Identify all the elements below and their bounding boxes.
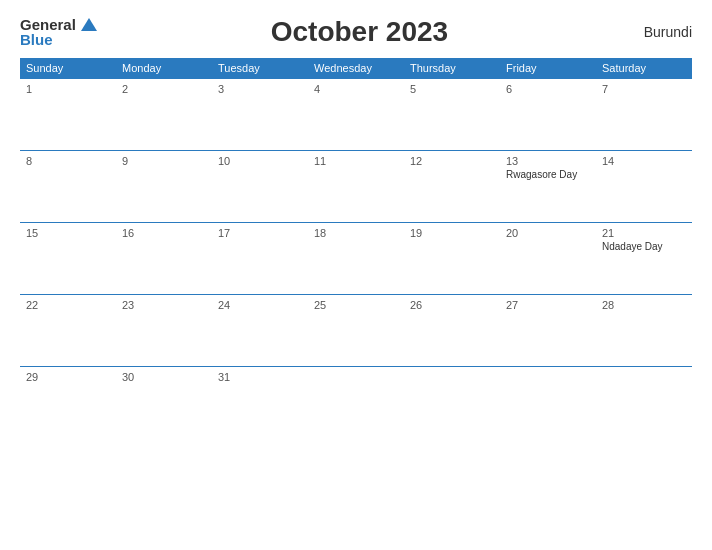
col-thursday: Thursday — [404, 58, 500, 79]
table-row — [500, 367, 596, 425]
table-row: 9 — [116, 151, 212, 223]
day-number: 31 — [218, 371, 302, 383]
calendar-week-row: 15161718192021Ndadaye Day — [20, 223, 692, 295]
table-row: 19 — [404, 223, 500, 295]
logo: General Blue — [20, 17, 97, 47]
table-row: 3 — [212, 79, 308, 151]
day-number: 3 — [218, 83, 302, 95]
day-number: 24 — [218, 299, 302, 311]
table-row: 26 — [404, 295, 500, 367]
table-row: 4 — [308, 79, 404, 151]
calendar-header-row: Sunday Monday Tuesday Wednesday Thursday… — [20, 58, 692, 79]
logo-triangle-icon — [81, 18, 97, 31]
table-row: 21Ndadaye Day — [596, 223, 692, 295]
table-row: 25 — [308, 295, 404, 367]
day-number: 25 — [314, 299, 398, 311]
table-row: 23 — [116, 295, 212, 367]
table-row — [308, 367, 404, 425]
calendar-week-row: 293031 — [20, 367, 692, 425]
country-label: Burundi — [622, 24, 692, 40]
day-number: 19 — [410, 227, 494, 239]
table-row: 12 — [404, 151, 500, 223]
table-row: 1 — [20, 79, 116, 151]
logo-general: General — [20, 17, 76, 32]
col-tuesday: Tuesday — [212, 58, 308, 79]
holiday-label: Rwagasore Day — [506, 169, 590, 180]
day-number: 13 — [506, 155, 590, 167]
holiday-label: Ndadaye Day — [602, 241, 686, 252]
table-row: 22 — [20, 295, 116, 367]
col-wednesday: Wednesday — [308, 58, 404, 79]
table-row: 27 — [500, 295, 596, 367]
day-number: 29 — [26, 371, 110, 383]
page: General Blue October 2023 Burundi Sunday… — [0, 0, 712, 550]
day-number: 17 — [218, 227, 302, 239]
col-monday: Monday — [116, 58, 212, 79]
table-row: 24 — [212, 295, 308, 367]
calendar-title: October 2023 — [97, 16, 622, 48]
table-row: 17 — [212, 223, 308, 295]
day-number: 6 — [506, 83, 590, 95]
day-number: 4 — [314, 83, 398, 95]
day-number: 23 — [122, 299, 206, 311]
day-number: 1 — [26, 83, 110, 95]
table-row: 10 — [212, 151, 308, 223]
logo-blue: Blue — [20, 32, 53, 47]
table-row: 30 — [116, 367, 212, 425]
col-saturday: Saturday — [596, 58, 692, 79]
table-row: 5 — [404, 79, 500, 151]
day-number: 26 — [410, 299, 494, 311]
table-row: 18 — [308, 223, 404, 295]
table-row: 6 — [500, 79, 596, 151]
day-number: 12 — [410, 155, 494, 167]
day-number: 7 — [602, 83, 686, 95]
day-number: 14 — [602, 155, 686, 167]
day-number: 18 — [314, 227, 398, 239]
table-row — [596, 367, 692, 425]
day-number: 10 — [218, 155, 302, 167]
calendar-week-row: 8910111213Rwagasore Day14 — [20, 151, 692, 223]
table-row — [404, 367, 500, 425]
day-number: 16 — [122, 227, 206, 239]
day-number: 28 — [602, 299, 686, 311]
day-number: 27 — [506, 299, 590, 311]
day-number: 15 — [26, 227, 110, 239]
table-row: 16 — [116, 223, 212, 295]
table-row: 31 — [212, 367, 308, 425]
day-number: 20 — [506, 227, 590, 239]
day-number: 21 — [602, 227, 686, 239]
table-row: 7 — [596, 79, 692, 151]
col-sunday: Sunday — [20, 58, 116, 79]
table-row: 20 — [500, 223, 596, 295]
day-number: 22 — [26, 299, 110, 311]
day-number: 5 — [410, 83, 494, 95]
day-number: 8 — [26, 155, 110, 167]
day-number: 11 — [314, 155, 398, 167]
day-number: 9 — [122, 155, 206, 167]
calendar-week-row: 1234567 — [20, 79, 692, 151]
col-friday: Friday — [500, 58, 596, 79]
calendar-week-row: 22232425262728 — [20, 295, 692, 367]
table-row: 15 — [20, 223, 116, 295]
table-row: 2 — [116, 79, 212, 151]
table-row: 8 — [20, 151, 116, 223]
table-row: 11 — [308, 151, 404, 223]
calendar-table: Sunday Monday Tuesday Wednesday Thursday… — [20, 58, 692, 425]
day-number: 30 — [122, 371, 206, 383]
table-row: 13Rwagasore Day — [500, 151, 596, 223]
table-row: 28 — [596, 295, 692, 367]
day-number: 2 — [122, 83, 206, 95]
table-row: 14 — [596, 151, 692, 223]
header: General Blue October 2023 Burundi — [20, 16, 692, 48]
table-row: 29 — [20, 367, 116, 425]
